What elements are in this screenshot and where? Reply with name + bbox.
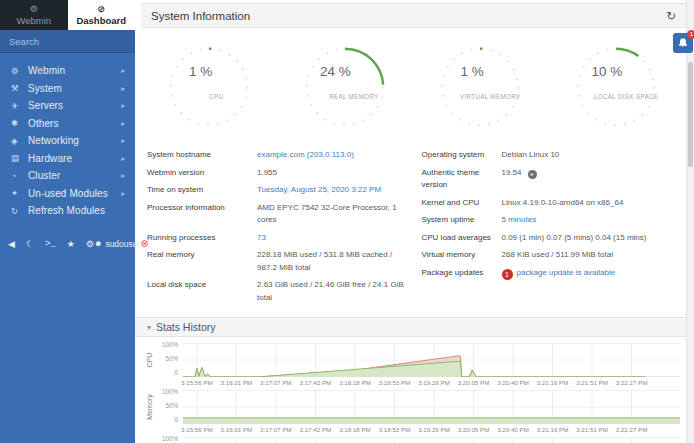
tools-icon: ✱	[11, 118, 28, 128]
sidebar-item-refresh-modules[interactable]: ↻Refresh Modules	[0, 202, 135, 220]
sidebar-item-webmin[interactable]: ⚙Webmin▸	[0, 62, 135, 80]
gauge-label: LOCAL DISK SPACE	[594, 93, 658, 100]
info-text: AMD EPYC 7542 32-Core Processor, 1 cores	[257, 203, 397, 225]
chart-x-axis: 3:15:56 PM3:16:31 PM3:17:07 PM3:17:42 PM…	[183, 378, 680, 389]
info-text: 2.63 GiB used / 21.46 GiB free / 24.1 Gi…	[257, 280, 404, 302]
refresh-icon[interactable]: ↻	[666, 9, 676, 23]
y-tick-label: 50%	[165, 355, 178, 362]
stats-history-title: Stats History	[156, 321, 216, 333]
chart-y-axis: CPU100%50%0	[139, 343, 183, 389]
send-icon: ✈	[11, 101, 28, 111]
info-value: 5 minutes	[502, 214, 683, 227]
info-label: Running processes	[147, 232, 257, 245]
info-value: AMD EPYC 7542 32-Core Processor, 1 cores	[257, 202, 408, 227]
sidebar-item-system[interactable]: ⚒System▸	[0, 80, 135, 98]
favorites-icon[interactable]: ★	[67, 239, 75, 249]
info-label: Package updates	[422, 267, 502, 280]
cpu-history-chart: CPU100%50%03:15:56 PM3:16:31 PM3:17:07 P…	[139, 343, 680, 389]
chart-x-axis: 3:15:56 PM3:16:31 PM3:17:07 PM3:17:42 PM…	[183, 425, 680, 436]
x-tick-label: 3:17:07 PM	[260, 379, 292, 386]
info-row-real-memory: Real memory228.18 MiB used / 531.8 MiB c…	[147, 249, 408, 274]
info-link[interactable]: Tuesday, August 25, 2020 3:22 PM	[257, 185, 381, 194]
hardware-icon: ▤	[11, 153, 28, 163]
gauges-row: 1 %CPU24 %REAL MEMORY1 %VIRTUAL MEMORY10…	[141, 41, 684, 133]
info-label: Virtual memory	[422, 249, 502, 262]
x-tick-label: 3:18:18 PM	[339, 426, 371, 433]
x-tick-label: 3:18:53 PM	[379, 379, 411, 386]
main-content: System Information ↻ 1 1 %CPU24 %REAL ME…	[135, 0, 694, 443]
info-link[interactable]: 73	[257, 233, 266, 242]
chart-axis-title: CPU	[132, 343, 166, 377]
scrollbar-thumb[interactable]	[688, 62, 693, 167]
x-tick-label: 3:22:27 PM	[616, 379, 648, 386]
chevron-right-icon: ▸	[121, 189, 125, 198]
chevron-right-icon: ▸	[121, 171, 125, 180]
sidebar-item-networking[interactable]: ◈Networking▸	[0, 132, 135, 150]
info-link[interactable]: 5 minutes	[502, 215, 537, 224]
chevron-right-icon: ▸	[121, 101, 125, 110]
info-value: 268 KiB used / 511.99 MiB total	[502, 249, 683, 262]
chart-plot-area	[183, 343, 680, 377]
sidebar-search	[0, 30, 135, 53]
terminal-icon[interactable]: >_	[45, 239, 56, 249]
system-info-table: System hostnameexample.com (203.0.113.0)…	[147, 149, 682, 309]
x-tick-label: 3:20:05 PM	[458, 426, 490, 433]
x-tick-label: 3:21:16 PM	[537, 379, 569, 386]
notifications-button[interactable]: 1	[673, 33, 693, 53]
chevron-right-icon: ▸	[121, 84, 125, 93]
x-tick-label: 3:18:53 PM	[379, 426, 411, 433]
collapse-sidebar-icon[interactable]: ◀	[8, 239, 15, 249]
chart-plot-area	[183, 390, 680, 424]
logout-icon[interactable]: ⊗	[140, 238, 148, 249]
x-tick-label: 3:16:31 PM	[221, 426, 253, 433]
y-tick-label: 100%	[162, 341, 178, 348]
sidebar-item-un-used-modules[interactable]: ✦Un-used Modules▸	[0, 185, 135, 203]
x-tick-label: 3:17:07 PM	[260, 426, 292, 433]
info-row-system-hostname: System hostnameexample.com (203.0.113.0)	[147, 149, 408, 162]
info-label: Real memory	[147, 249, 257, 274]
gauge-value: 1 %	[461, 64, 484, 79]
refresh-icon: ↻	[11, 206, 28, 216]
tab-dashboard[interactable]: ⊘ Dashboard	[68, 0, 136, 30]
info-value: 73	[257, 232, 408, 245]
notification-badge: 1	[687, 30, 694, 39]
sidebar-item-others[interactable]: ✱Others▸	[0, 115, 135, 133]
info-row-operating-system: Operating systemDebian Linux 10	[422, 149, 683, 162]
chevron-down-icon: ▾	[147, 323, 151, 332]
gauge-label: REAL MEMORY	[329, 93, 379, 100]
info-link[interactable]: package update is available	[517, 268, 616, 277]
x-tick-label: 3:15:56 PM	[181, 426, 213, 433]
x-tick-label: 3:20:05 PM	[458, 379, 490, 386]
wrench-icon: ⚒	[11, 83, 28, 93]
panel-header: System Information ↻	[141, 3, 686, 28]
search-input[interactable]	[9, 36, 141, 47]
sidebar-item-hardware[interactable]: ▤Hardware▸	[0, 150, 135, 168]
webmin-dashboard: ⚙ Webmin ⊘ Dashboard ⚙Webmin▸⚒System▸✈Se…	[0, 0, 694, 443]
tab-dashboard-label: Dashboard	[76, 15, 126, 26]
info-link[interactable]: example.com (203.0.113.0)	[257, 150, 354, 159]
info-value: 1.955	[257, 167, 408, 180]
sidebar-item-servers[interactable]: ✈Servers▸	[0, 97, 135, 115]
theme-update-icon[interactable]: e	[528, 170, 537, 179]
info-column-1: Operating systemDebian Linux 10Authentic…	[422, 149, 683, 309]
info-text: Linux 4.19.0-10-amd64 on x86_64	[502, 198, 624, 207]
sidebar-item-cluster[interactable]: ◔Cluster▸	[0, 167, 135, 185]
gauge-label: CPU	[209, 93, 223, 100]
info-value: 1package update is available	[502, 267, 683, 280]
info-value: Debian Linux 10	[502, 149, 683, 162]
x-tick-label: 3:17:42 PM	[300, 379, 332, 386]
night-mode-icon[interactable]: ☾	[26, 239, 34, 249]
x-tick-label: 3:15:56 PM	[181, 379, 213, 386]
info-row-webmin-version: Webmin version1.955	[147, 167, 408, 180]
stats-history-header[interactable]: ▾ Stats History	[135, 317, 694, 337]
info-label: Webmin version	[147, 167, 257, 180]
user-menu[interactable]: ☻ sudouser	[94, 239, 140, 249]
info-text: Debian Linux 10	[502, 150, 560, 159]
tab-webmin[interactable]: ⚙ Webmin	[0, 0, 68, 30]
chart-plot-area	[183, 437, 680, 443]
info-value: 228.18 MiB used / 531.8 MiB cached / 987…	[257, 249, 408, 274]
bell-icon	[677, 37, 689, 49]
sidebar-menu: ⚙Webmin▸⚒System▸✈Servers▸✱Others▸◈Networ…	[0, 53, 135, 220]
settings-icon[interactable]: ⚙	[86, 239, 94, 249]
info-label: System uptime	[422, 214, 502, 227]
